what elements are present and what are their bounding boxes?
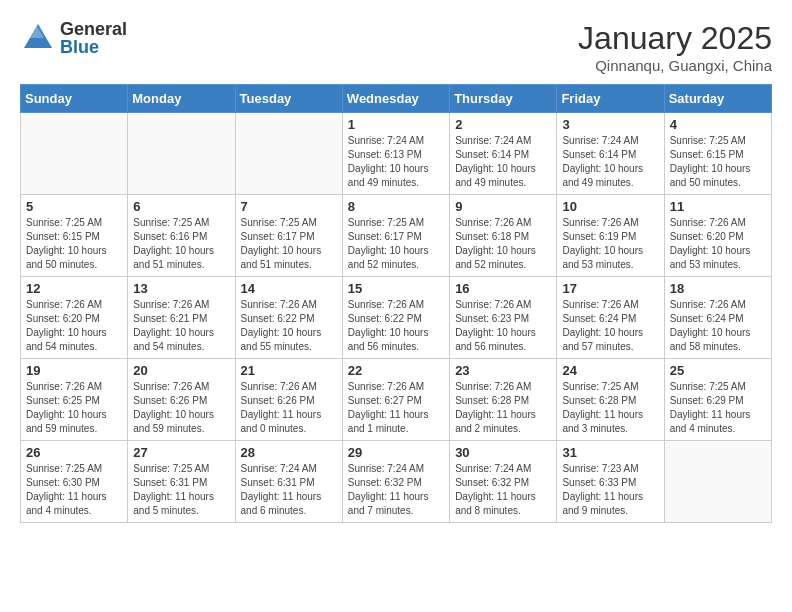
day-info: Sunrise: 7:26 AM Sunset: 6:24 PM Dayligh… bbox=[670, 298, 766, 354]
day-info: Sunrise: 7:25 AM Sunset: 6:16 PM Dayligh… bbox=[133, 216, 229, 272]
day-number: 31 bbox=[562, 445, 658, 460]
calendar-week-row: 1Sunrise: 7:24 AM Sunset: 6:13 PM Daylig… bbox=[21, 113, 772, 195]
day-number: 19 bbox=[26, 363, 122, 378]
day-number: 11 bbox=[670, 199, 766, 214]
calendar-cell: 22Sunrise: 7:26 AM Sunset: 6:27 PM Dayli… bbox=[342, 359, 449, 441]
day-number: 10 bbox=[562, 199, 658, 214]
day-info: Sunrise: 7:24 AM Sunset: 6:32 PM Dayligh… bbox=[455, 462, 551, 518]
calendar-week-row: 19Sunrise: 7:26 AM Sunset: 6:25 PM Dayli… bbox=[21, 359, 772, 441]
day-info: Sunrise: 7:26 AM Sunset: 6:18 PM Dayligh… bbox=[455, 216, 551, 272]
calendar-cell bbox=[21, 113, 128, 195]
day-number: 30 bbox=[455, 445, 551, 460]
weekday-header-wednesday: Wednesday bbox=[342, 85, 449, 113]
calendar-cell: 9Sunrise: 7:26 AM Sunset: 6:18 PM Daylig… bbox=[450, 195, 557, 277]
weekday-header-sunday: Sunday bbox=[21, 85, 128, 113]
day-number: 16 bbox=[455, 281, 551, 296]
calendar-cell: 14Sunrise: 7:26 AM Sunset: 6:22 PM Dayli… bbox=[235, 277, 342, 359]
logo-general: General bbox=[60, 20, 127, 38]
day-info: Sunrise: 7:25 AM Sunset: 6:29 PM Dayligh… bbox=[670, 380, 766, 436]
day-info: Sunrise: 7:25 AM Sunset: 6:15 PM Dayligh… bbox=[670, 134, 766, 190]
day-number: 5 bbox=[26, 199, 122, 214]
day-number: 18 bbox=[670, 281, 766, 296]
day-info: Sunrise: 7:24 AM Sunset: 6:14 PM Dayligh… bbox=[562, 134, 658, 190]
day-number: 22 bbox=[348, 363, 444, 378]
calendar-cell: 20Sunrise: 7:26 AM Sunset: 6:26 PM Dayli… bbox=[128, 359, 235, 441]
day-info: Sunrise: 7:26 AM Sunset: 6:22 PM Dayligh… bbox=[348, 298, 444, 354]
calendar-cell: 17Sunrise: 7:26 AM Sunset: 6:24 PM Dayli… bbox=[557, 277, 664, 359]
calendar-cell bbox=[235, 113, 342, 195]
day-info: Sunrise: 7:25 AM Sunset: 6:17 PM Dayligh… bbox=[348, 216, 444, 272]
day-info: Sunrise: 7:25 AM Sunset: 6:31 PM Dayligh… bbox=[133, 462, 229, 518]
weekday-header-row: SundayMondayTuesdayWednesdayThursdayFrid… bbox=[21, 85, 772, 113]
day-number: 23 bbox=[455, 363, 551, 378]
location-subtitle: Qinnanqu, Guangxi, China bbox=[578, 57, 772, 74]
day-number: 9 bbox=[455, 199, 551, 214]
day-number: 17 bbox=[562, 281, 658, 296]
day-info: Sunrise: 7:25 AM Sunset: 6:28 PM Dayligh… bbox=[562, 380, 658, 436]
day-number: 15 bbox=[348, 281, 444, 296]
weekday-header-thursday: Thursday bbox=[450, 85, 557, 113]
calendar-week-row: 12Sunrise: 7:26 AM Sunset: 6:20 PM Dayli… bbox=[21, 277, 772, 359]
day-number: 3 bbox=[562, 117, 658, 132]
calendar-cell: 10Sunrise: 7:26 AM Sunset: 6:19 PM Dayli… bbox=[557, 195, 664, 277]
calendar-cell: 19Sunrise: 7:26 AM Sunset: 6:25 PM Dayli… bbox=[21, 359, 128, 441]
calendar-cell: 11Sunrise: 7:26 AM Sunset: 6:20 PM Dayli… bbox=[664, 195, 771, 277]
day-number: 8 bbox=[348, 199, 444, 214]
weekday-header-friday: Friday bbox=[557, 85, 664, 113]
day-number: 2 bbox=[455, 117, 551, 132]
calendar-cell: 23Sunrise: 7:26 AM Sunset: 6:28 PM Dayli… bbox=[450, 359, 557, 441]
day-number: 21 bbox=[241, 363, 337, 378]
day-number: 7 bbox=[241, 199, 337, 214]
logo: General Blue bbox=[20, 20, 127, 56]
weekday-header-monday: Monday bbox=[128, 85, 235, 113]
calendar-cell: 12Sunrise: 7:26 AM Sunset: 6:20 PM Dayli… bbox=[21, 277, 128, 359]
day-info: Sunrise: 7:24 AM Sunset: 6:32 PM Dayligh… bbox=[348, 462, 444, 518]
weekday-header-tuesday: Tuesday bbox=[235, 85, 342, 113]
day-info: Sunrise: 7:26 AM Sunset: 6:20 PM Dayligh… bbox=[670, 216, 766, 272]
calendar-week-row: 5Sunrise: 7:25 AM Sunset: 6:15 PM Daylig… bbox=[21, 195, 772, 277]
calendar-cell: 13Sunrise: 7:26 AM Sunset: 6:21 PM Dayli… bbox=[128, 277, 235, 359]
logo-text: General Blue bbox=[60, 20, 127, 56]
calendar-cell bbox=[664, 441, 771, 523]
calendar-week-row: 26Sunrise: 7:25 AM Sunset: 6:30 PM Dayli… bbox=[21, 441, 772, 523]
day-info: Sunrise: 7:26 AM Sunset: 6:23 PM Dayligh… bbox=[455, 298, 551, 354]
day-number: 25 bbox=[670, 363, 766, 378]
day-info: Sunrise: 7:26 AM Sunset: 6:21 PM Dayligh… bbox=[133, 298, 229, 354]
day-info: Sunrise: 7:26 AM Sunset: 6:27 PM Dayligh… bbox=[348, 380, 444, 436]
day-number: 14 bbox=[241, 281, 337, 296]
weekday-header-saturday: Saturday bbox=[664, 85, 771, 113]
day-number: 12 bbox=[26, 281, 122, 296]
day-info: Sunrise: 7:25 AM Sunset: 6:17 PM Dayligh… bbox=[241, 216, 337, 272]
calendar-cell: 29Sunrise: 7:24 AM Sunset: 6:32 PM Dayli… bbox=[342, 441, 449, 523]
day-number: 13 bbox=[133, 281, 229, 296]
day-info: Sunrise: 7:24 AM Sunset: 6:13 PM Dayligh… bbox=[348, 134, 444, 190]
calendar-cell: 5Sunrise: 7:25 AM Sunset: 6:15 PM Daylig… bbox=[21, 195, 128, 277]
month-title: January 2025 bbox=[578, 20, 772, 57]
calendar-cell: 15Sunrise: 7:26 AM Sunset: 6:22 PM Dayli… bbox=[342, 277, 449, 359]
page-header: General Blue January 2025 Qinnanqu, Guan… bbox=[20, 20, 772, 74]
calendar-cell: 2Sunrise: 7:24 AM Sunset: 6:14 PM Daylig… bbox=[450, 113, 557, 195]
calendar-cell: 24Sunrise: 7:25 AM Sunset: 6:28 PM Dayli… bbox=[557, 359, 664, 441]
title-block: January 2025 Qinnanqu, Guangxi, China bbox=[578, 20, 772, 74]
calendar-cell: 27Sunrise: 7:25 AM Sunset: 6:31 PM Dayli… bbox=[128, 441, 235, 523]
calendar-cell: 25Sunrise: 7:25 AM Sunset: 6:29 PM Dayli… bbox=[664, 359, 771, 441]
day-info: Sunrise: 7:26 AM Sunset: 6:22 PM Dayligh… bbox=[241, 298, 337, 354]
day-number: 29 bbox=[348, 445, 444, 460]
day-info: Sunrise: 7:26 AM Sunset: 6:26 PM Dayligh… bbox=[241, 380, 337, 436]
day-info: Sunrise: 7:26 AM Sunset: 6:28 PM Dayligh… bbox=[455, 380, 551, 436]
calendar-cell: 26Sunrise: 7:25 AM Sunset: 6:30 PM Dayli… bbox=[21, 441, 128, 523]
day-number: 24 bbox=[562, 363, 658, 378]
day-info: Sunrise: 7:23 AM Sunset: 6:33 PM Dayligh… bbox=[562, 462, 658, 518]
day-number: 26 bbox=[26, 445, 122, 460]
calendar-cell: 6Sunrise: 7:25 AM Sunset: 6:16 PM Daylig… bbox=[128, 195, 235, 277]
day-number: 6 bbox=[133, 199, 229, 214]
calendar-cell: 30Sunrise: 7:24 AM Sunset: 6:32 PM Dayli… bbox=[450, 441, 557, 523]
day-number: 1 bbox=[348, 117, 444, 132]
logo-blue: Blue bbox=[60, 38, 127, 56]
day-info: Sunrise: 7:26 AM Sunset: 6:20 PM Dayligh… bbox=[26, 298, 122, 354]
calendar-cell: 3Sunrise: 7:24 AM Sunset: 6:14 PM Daylig… bbox=[557, 113, 664, 195]
calendar-cell: 31Sunrise: 7:23 AM Sunset: 6:33 PM Dayli… bbox=[557, 441, 664, 523]
calendar-cell: 7Sunrise: 7:25 AM Sunset: 6:17 PM Daylig… bbox=[235, 195, 342, 277]
day-info: Sunrise: 7:24 AM Sunset: 6:31 PM Dayligh… bbox=[241, 462, 337, 518]
day-number: 4 bbox=[670, 117, 766, 132]
